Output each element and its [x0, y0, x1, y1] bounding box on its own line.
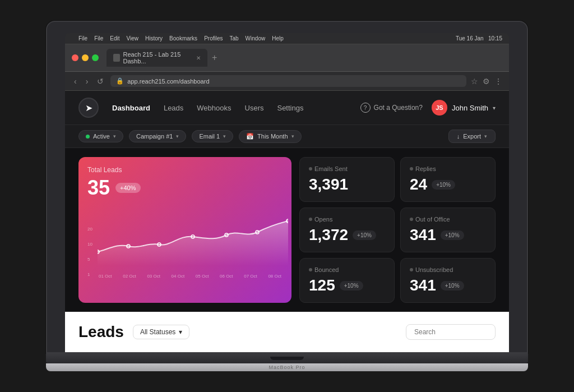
browser-tabs: Reach 215 - Lab 215 Dashb... ✕ + [107, 49, 502, 67]
stat-badge-opens: +10% [353, 230, 376, 240]
stat-card-opens: Opens 1,372 +10% [299, 207, 395, 252]
email-filter[interactable]: Email 1 ▾ [192, 130, 233, 142]
stat-dot [309, 218, 312, 221]
menu-edit[interactable]: Edit [110, 35, 119, 41]
app-nav: ➤ Dashboard Leads Webhooks Users Setting… [65, 91, 509, 125]
chart-svg-area: 20 10 5 1 [87, 204, 283, 271]
user-menu-button[interactable]: JS John Smith ▾ [432, 100, 496, 116]
menu-view[interactable]: View [126, 35, 138, 41]
y-axis-labels: 20 10 5 1 [87, 227, 92, 277]
nav-item-webhooks[interactable]: Webhooks [197, 102, 231, 114]
campaign-filter[interactable]: Campaign #1 ▾ [129, 130, 186, 142]
stat-label-emails-sent: Emails Sent [309, 165, 385, 172]
screen-bezel: File File Edit View History Bookmarks Pr… [46, 21, 528, 353]
address-bar[interactable]: 🔒 app.reach215.com/dashboard [110, 75, 466, 87]
laptop-notch [270, 357, 304, 360]
stat-value-out-of-office: 341 +10% [410, 226, 486, 244]
nav-item-dashboard[interactable]: Dashboard [112, 102, 150, 114]
stat-value-replies: 24 +10% [410, 176, 486, 193]
menu-bookmarks[interactable]: Bookmarks [169, 35, 197, 41]
stat-card-replies: Replies 24 +10% [400, 157, 496, 202]
menu-tab[interactable]: Tab [229, 35, 238, 41]
email-chevron-icon: ▾ [223, 133, 226, 139]
stat-dot [309, 167, 312, 170]
menu-icon[interactable]: ⋮ [494, 77, 502, 86]
nav-item-users[interactable]: Users [245, 102, 264, 114]
leads-title: Leads [78, 323, 124, 341]
menu-window[interactable]: Window [246, 35, 266, 41]
period-chevron-icon: ▾ [291, 133, 294, 139]
mac-menu-left: File File Edit View History Bookmarks Pr… [72, 35, 284, 41]
leads-search-input[interactable] [406, 324, 496, 340]
chart-value: 35 [87, 176, 110, 200]
help-button[interactable]: ? Got a Question? [360, 103, 423, 113]
menu-help[interactable]: Help [272, 35, 284, 41]
menu-file[interactable]: File [94, 35, 103, 41]
back-button[interactable]: ‹ [72, 76, 79, 87]
period-filter[interactable]: 📅 This Month ▾ [239, 130, 301, 143]
extensions-icon[interactable]: ⚙ [483, 77, 490, 86]
stat-card-out-of-office: Out of Office 341 +10% [400, 207, 496, 252]
new-tab-button[interactable]: + [210, 53, 219, 63]
stat-badge-out-of-office: +10% [441, 230, 464, 240]
stat-value-opens: 1,372 +10% [309, 226, 385, 244]
user-avatar: JS [432, 100, 447, 116]
maximize-button[interactable] [92, 54, 99, 61]
nav-item-settings[interactable]: Settings [277, 102, 303, 114]
minimize-button[interactable] [82, 54, 89, 61]
email-label: Email 1 [199, 133, 220, 140]
menu-profiles[interactable]: Profiles [204, 35, 223, 41]
app-wrapper: ➤ Dashboard Leads Webhooks Users Setting… [65, 91, 509, 352]
stat-value-emails-sent: 3,391 [309, 176, 385, 193]
reload-button[interactable]: ↺ [95, 76, 106, 87]
star-icon[interactable]: ☆ [471, 77, 478, 86]
export-icon: ↓ [457, 133, 460, 140]
chart-svg [98, 204, 288, 266]
forward-button[interactable]: › [84, 76, 91, 87]
leads-section: Leads All Statuses ▾ [65, 312, 509, 352]
active-filter[interactable]: Active ▾ [78, 130, 123, 142]
nav-items: Dashboard Leads Webhooks Users Settings [112, 102, 360, 114]
mac-menu-right: Tue 16 Jan 10:15 [456, 35, 502, 41]
tab-close-icon[interactable]: ✕ [196, 55, 201, 61]
user-chevron-icon: ▾ [493, 105, 496, 111]
stat-badge-bounced: +10% [340, 281, 363, 290]
stat-label-bounced: Bounced [309, 266, 385, 273]
active-chevron-icon: ▾ [113, 133, 116, 139]
status-filter-dropdown[interactable]: All Statuses ▾ [133, 325, 189, 339]
laptop-bottom-bar [46, 353, 528, 363]
browser-window: File File Edit View History Bookmarks Pr… [65, 33, 509, 352]
active-tab[interactable]: Reach 215 - Lab 215 Dashb... ✕ [107, 49, 207, 67]
x-axis-labels: 01 Oct 02 Oct 03 Oct 04 Oct 05 Oct 06 Oc… [87, 274, 283, 279]
chart-card: Total Leads 35 +40% 20 10 5 1 [78, 157, 291, 303]
stat-card-unsubscribed: Unsubscribed 341 +10% [400, 258, 496, 303]
active-status-dot [86, 135, 90, 139]
menu-chrome[interactable]: File [78, 35, 87, 41]
chart-number: 35 +40% [87, 176, 283, 200]
nav-right: ? Got a Question? JS John Smith ▾ [360, 100, 496, 116]
campaign-label: Campaign #1 [136, 133, 173, 140]
tab-title: Reach 215 - Lab 215 Dashb... [123, 51, 191, 64]
menu-history[interactable]: History [145, 35, 163, 41]
export-button[interactable]: ↓ Export ▾ [448, 130, 496, 143]
stat-card-emails-sent: Emails Sent 3,391 [299, 157, 395, 202]
lock-icon: 🔒 [116, 77, 124, 85]
calendar-icon: 📅 [246, 133, 254, 140]
stat-value-unsubscribed: 341 +10% [410, 276, 486, 294]
chart-area-fill [98, 221, 288, 266]
stat-label-out-of-office: Out of Office [410, 216, 486, 223]
help-icon: ? [360, 103, 371, 113]
chart-title: Total Leads [87, 166, 283, 174]
chart-badge: +40% [115, 183, 140, 193]
stat-badge-unsubscribed: +10% [441, 281, 464, 290]
close-button[interactable] [72, 54, 78, 61]
stat-value-bounced: 125 +10% [309, 276, 385, 294]
tab-favicon [113, 54, 120, 62]
nav-item-leads[interactable]: Leads [164, 102, 183, 114]
stat-dot [410, 167, 413, 170]
browser-tabbar: Reach 215 - Lab 215 Dashb... ✕ + [65, 44, 509, 72]
period-label: This Month [257, 133, 288, 140]
stat-label-replies: Replies [410, 165, 486, 172]
dashboard-content: Total Leads 35 +40% 20 10 5 1 [65, 148, 509, 312]
stat-label-unsubscribed: Unsubscribed [410, 266, 486, 273]
